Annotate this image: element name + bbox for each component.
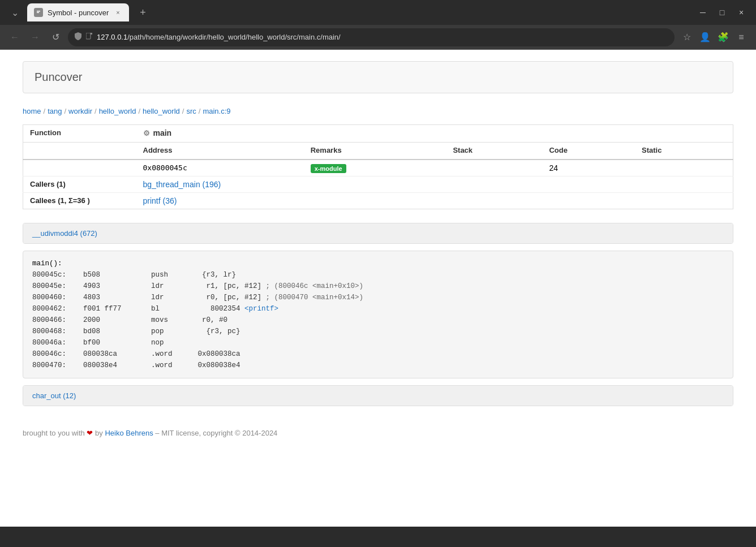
win-dropdown-btn[interactable]: ⌄: [7, 5, 23, 20]
menu-btn[interactable]: ≡: [733, 29, 749, 45]
footer-text-by: by: [93, 429, 105, 437]
breadcrumb-workdir[interactable]: workdir: [68, 107, 92, 115]
breadcrumb-hello-world-1[interactable]: hello_world: [99, 107, 136, 115]
svg-rect-3: [86, 33, 91, 39]
page-content: Puncover home / tang / workdir / hello_w…: [0, 50, 756, 527]
security-shield-icon: [75, 32, 81, 42]
code-line-0: 800045c: b508 push {r3, lr}: [32, 269, 724, 281]
callers-row: Callers (1) bg_thread_main (196): [23, 176, 733, 193]
code-line-6: 800046a: bf00 nop: [32, 337, 724, 348]
nav-bar: ← → ↺ 127.0.0.1/path/home/tang/workdir/h…: [0, 25, 756, 50]
callees-row: Callees (1, Σ=36 ) printf (36): [23, 193, 733, 209]
collapsible-header-0[interactable]: __udivmoddi4 (672): [23, 223, 733, 243]
caller-link-0[interactable]: bg_thread_main (196): [143, 180, 221, 189]
collapsible-label-0: __udivmoddi4 (672): [32, 229, 97, 238]
xmodule-badge: x-module: [311, 164, 346, 173]
function-name-row: ⚙ main: [143, 128, 727, 137]
code-line-1: 800045e: 4903 ldr r1, [pc, #12] ; (80004…: [32, 281, 724, 292]
tab-favicon: [34, 8, 43, 17]
code-line-7: 800046c: 080038ca .word 0x080038ca: [32, 348, 724, 360]
svg-rect-1: [37, 11, 40, 12]
col-code-header: Code: [542, 143, 635, 160]
window-close-btn[interactable]: ×: [733, 5, 749, 20]
app-title: Puncover: [35, 71, 83, 83]
bookmark-btn[interactable]: ☆: [679, 29, 695, 45]
symbol-table: Function ⚙ main Address Remarks Stack Co…: [23, 124, 733, 209]
callees-label: Callees (1, Σ=36 ): [23, 193, 136, 209]
nav-right-controls: ☆ 👤 🧩 ≡: [679, 29, 749, 45]
collapsible-section-1: char_out (12): [23, 385, 733, 406]
window-maximize-btn[interactable]: □: [714, 5, 730, 20]
collapsible-header-1[interactable]: char_out (12): [23, 386, 733, 406]
code-line-3: 8000462: f001 ff77 bl 8002354 <printf>: [32, 303, 724, 315]
new-tab-btn[interactable]: +: [134, 3, 152, 21]
callee-link-0[interactable]: printf (36): [143, 196, 177, 205]
address-value: 0x0800045c: [136, 160, 304, 176]
breadcrumb: home / tang / workdir / hello_world / he…: [23, 107, 733, 115]
code-line-4: 8000466: 2000 movs r0, #0: [32, 315, 724, 326]
address-url: 127.0.0.1/path/home/tang/workdir/hello_w…: [97, 33, 341, 41]
profile-btn[interactable]: 👤: [697, 29, 713, 45]
remarks-badge-cell: x-module: [304, 160, 446, 176]
tab-title: Symbol - puncover: [48, 8, 109, 17]
tab-close-btn[interactable]: ×: [113, 8, 122, 17]
collapsible-label-1: char_out (12): [32, 391, 76, 400]
reload-btn[interactable]: ↺: [48, 29, 63, 45]
stack-value: [446, 160, 542, 176]
collapsible-section-0: __udivmoddi4 (672): [23, 223, 733, 244]
breadcrumb-home[interactable]: home: [23, 107, 41, 115]
code-value: 24: [542, 160, 635, 176]
extensions-btn[interactable]: 🧩: [715, 29, 731, 45]
browser-tab-active[interactable]: Symbol - puncover ×: [27, 3, 129, 21]
col-address-header: Address: [136, 143, 304, 160]
col-stack-header: Stack: [446, 143, 542, 160]
breadcrumb-src[interactable]: src: [186, 107, 196, 115]
code-block: main(): 800045c: b508 push {r3, lr} 8000…: [23, 251, 733, 378]
browser-window: ⌄ Symbol - puncover × + ─ □ × ← → ↺: [0, 0, 756, 50]
address-row: 0x0800045c x-module 24: [23, 160, 733, 176]
footer-text-before: brought to you with: [23, 429, 87, 437]
address-bar[interactable]: 127.0.0.1/path/home/tang/workdir/hello_w…: [68, 28, 675, 46]
browser-titlebar: ⌄ Symbol - puncover × + ─ □ ×: [0, 0, 756, 25]
code-line-5: 8000468: bd08 pop {r3, pc}: [32, 326, 724, 337]
breadcrumb-mainc[interactable]: main.c:9: [203, 107, 230, 115]
callers-label: Callers (1): [23, 176, 136, 193]
heart-icon: ❤: [87, 429, 93, 437]
footer-text-after: – MIT license, copyright © 2014-2024: [153, 429, 278, 437]
col-remarks-header: Remarks: [304, 143, 446, 160]
static-value: [635, 160, 733, 176]
forward-btn[interactable]: →: [27, 29, 43, 45]
code-line-2: 8000460: 4803 ldr r0, [pc, #12] ; (80004…: [32, 292, 724, 303]
function-name: main: [153, 128, 172, 137]
printf-link[interactable]: <printf>: [244, 305, 278, 313]
window-controls: ─ □ ×: [695, 5, 749, 20]
author-link[interactable]: Heiko Behrens: [105, 429, 153, 437]
code-fn-decl-text: main():: [32, 258, 62, 269]
svg-rect-4: [91, 33, 92, 35]
page-doc-icon: [86, 33, 92, 42]
col-function-header: Function: [23, 125, 136, 143]
breadcrumb-hello-world-2[interactable]: hello_world: [143, 107, 180, 115]
app-header: Puncover: [23, 61, 733, 93]
col-static-header: Static: [635, 143, 733, 160]
function-gear-icon: ⚙: [143, 129, 150, 137]
code-line-8: 8000470: 080038e4 .word 0x080038e4: [32, 360, 724, 371]
footer: brought to you with ❤ by Heiko Behrens –…: [23, 423, 733, 437]
breadcrumb-tang[interactable]: tang: [48, 107, 62, 115]
back-btn[interactable]: ←: [7, 29, 23, 45]
window-minimize-btn[interactable]: ─: [695, 5, 711, 20]
svg-rect-2: [37, 12, 39, 14]
code-fn-decl: main():: [32, 258, 724, 269]
